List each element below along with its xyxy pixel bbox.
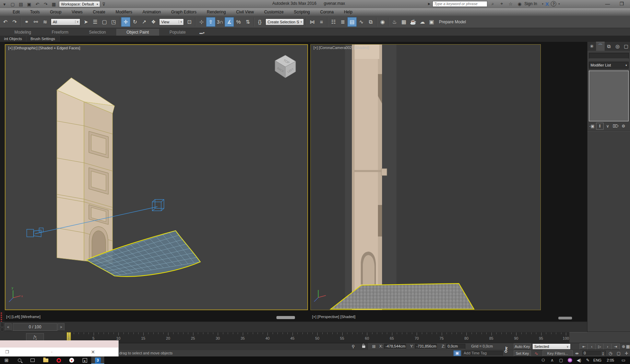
viewport-orthographic[interactable]: [+] [Orthographic] [Shaded + Edged Faces…: [5, 44, 308, 310]
viewport-scrollbar[interactable]: [276, 316, 295, 319]
angle-snap-icon[interactable]: ∡: [225, 17, 234, 27]
snap-toggle-3d-icon[interactable]: 3∩: [215, 17, 225, 27]
key-filter-dropdown[interactable]: Selected ∨: [532, 343, 571, 350]
remove-modifier-icon[interactable]: ⌦: [612, 123, 619, 130]
layer-explorer-icon[interactable]: ≣: [338, 17, 347, 27]
selection-filter-dropdown[interactable]: All∨: [51, 19, 80, 25]
3dsmax-taskbar-button[interactable]: 3: [91, 356, 104, 364]
modify-tab[interactable]: ⌒: [596, 42, 605, 51]
photos-button[interactable]: ▲: [78, 356, 91, 364]
play-button[interactable]: ▷: [595, 343, 604, 350]
menu-rendering[interactable]: Rendering: [202, 8, 231, 16]
key-filters-button[interactable]: Key Filters...: [543, 350, 573, 356]
select-and-scale-icon[interactable]: ↗: [140, 17, 149, 27]
viewport-label-orthographic[interactable]: [+] [Orthographic] [Shaded + Edged Faces…: [8, 46, 80, 50]
menu-create[interactable]: Create: [88, 8, 110, 16]
project-folder-icon[interactable]: ▦: [50, 1, 58, 8]
red-app-button[interactable]: ▾: [65, 356, 78, 364]
spinner-arrows-icon[interactable]: ▲▼: [601, 351, 605, 356]
task-view-button[interactable]: [26, 356, 39, 364]
go-to-start-button[interactable]: ⇤: [580, 343, 588, 350]
people-icon[interactable]: ⚇: [539, 358, 548, 363]
menu-edit[interactable]: Edit: [8, 8, 25, 16]
reference-coordinate-dropdown[interactable]: View∨: [159, 19, 184, 25]
add-time-tag-field[interactable]: Add Time Tag: [462, 351, 503, 356]
viewport-scrollbar[interactable]: [558, 317, 572, 319]
hidden-icons-chevron[interactable]: ʌ: [548, 358, 557, 363]
select-and-manipulate-icon[interactable]: ❖: [149, 17, 158, 27]
redo-icon[interactable]: ↷: [42, 1, 49, 8]
modifier-stack[interactable]: [589, 71, 629, 121]
bind-to-space-warp-icon[interactable]: ≋: [40, 17, 50, 27]
redo-icon[interactable]: ↷: [10, 17, 19, 27]
x-coordinate-field[interactable]: -478,544cm: [384, 344, 406, 349]
make-unique-icon[interactable]: ∨: [604, 123, 611, 130]
z-coordinate-field[interactable]: 0,0cm: [446, 344, 465, 349]
viewport-label-perspective[interactable]: [+] [Perspective] [Shaded]: [312, 315, 355, 319]
help-dropdown-icon[interactable]: ▾: [558, 2, 560, 5]
region-zoom-icon[interactable]: ▢: [615, 350, 622, 356]
keyboard-override-icon[interactable]: ⇧: [206, 17, 215, 27]
select-by-name-icon[interactable]: ☰: [91, 17, 100, 27]
undo-icon[interactable]: ↶: [1, 17, 10, 27]
previous-key-button[interactable]: <: [5, 323, 12, 331]
menu-modifiers[interactable]: Modifiers: [110, 8, 138, 16]
opera-button[interactable]: [52, 356, 65, 364]
go-to-end-button[interactable]: ⇥: [611, 343, 620, 350]
transform-type-in-icon[interactable]: ⊞: [370, 343, 378, 350]
time-configuration-icon[interactable]: ◷: [607, 350, 614, 356]
viewport-label-left[interactable]: [+] [Left] [Wireframe]: [6, 315, 40, 319]
undo-icon[interactable]: ↶: [34, 1, 41, 8]
configure-modifier-sets-icon[interactable]: ⚙: [620, 123, 627, 130]
help-icon[interactable]: ?: [551, 1, 556, 7]
scene-explorer-icon[interactable]: ☷: [329, 17, 338, 27]
modifier-list-dropdown[interactable]: Modifier List ▾: [589, 62, 629, 69]
previous-frame-button[interactable]: ‹: [587, 343, 596, 350]
key-mode-toggle-icon[interactable]: ⇹: [573, 350, 580, 356]
prepare-model-button[interactable]: Prepare Model: [436, 20, 469, 24]
open-file-icon[interactable]: ▤: [17, 1, 25, 8]
mirror-icon[interactable]: ⋈: [308, 17, 317, 27]
ribbon-tab-selection[interactable]: Selection: [79, 29, 116, 36]
workspace-dropdown[interactable]: Workspace: Default ▾: [59, 1, 100, 7]
ribbon-overflow-dropdown-icon[interactable]: ▬▾: [196, 30, 208, 36]
align-icon[interactable]: ≡: [317, 17, 326, 27]
next-frame-button[interactable]: ›: [603, 343, 612, 350]
material-editor-icon[interactable]: ◉: [378, 17, 387, 27]
clock[interactable]: 2:05: [603, 358, 618, 362]
search-expander-icon[interactable]: ▶: [428, 2, 430, 5]
ribbon-toggle-icon[interactable]: ▤: [347, 17, 357, 27]
y-coordinate-field[interactable]: -731,856cm: [415, 344, 437, 349]
new-file-icon[interactable]: ▢: [9, 1, 16, 8]
named-selection-sets-icon[interactable]: {}: [255, 17, 264, 27]
auto-key-button[interactable]: Auto Key: [514, 343, 531, 350]
curve-editor-icon[interactable]: ∿: [357, 17, 366, 27]
ribbon-tab-object-paint[interactable]: Object Paint: [116, 29, 159, 36]
ribbon-tab-freeform[interactable]: Freeform: [41, 29, 79, 36]
display-tab[interactable]: ▢: [622, 42, 630, 51]
schematic-view-icon[interactable]: ⧉: [366, 17, 375, 27]
render-in-cloud-icon[interactable]: ☁: [418, 17, 427, 27]
menu-scripting[interactable]: Scripting: [289, 8, 315, 16]
next-key-button[interactable]: >: [58, 323, 64, 331]
select-and-link-icon[interactable]: ⚭: [22, 17, 31, 27]
select-and-move-icon[interactable]: ✛: [121, 17, 130, 27]
rendered-frame-window-icon[interactable]: ▦: [399, 17, 408, 27]
taskbar-search-button[interactable]: [13, 356, 26, 364]
app-menu-arrow-icon[interactable]: ▾: [1, 1, 8, 8]
set-keys-icon[interactable]: ⚷: [499, 343, 513, 356]
volume-icon[interactable]: ◀): [574, 358, 583, 363]
favorites-star-icon[interactable]: ☆: [507, 1, 514, 7]
sign-in-button[interactable]: ◉ Sign In ▾: [516, 1, 543, 7]
restore-button[interactable]: ❐: [619, 0, 624, 8]
zoom-extents-icon[interactable]: ▦: [626, 343, 630, 350]
pen-icon[interactable]: ✎: [583, 358, 592, 363]
qat-customize-arrow-icon[interactable]: ⊽: [100, 1, 108, 8]
show-end-result-icon[interactable]: ‖: [596, 123, 604, 130]
timeline-ruler[interactable]: 0510152025303540455055606570758085909510…: [66, 332, 569, 343]
menu-tools[interactable]: Tools: [25, 8, 45, 16]
communication-center-icon[interactable]: ⌖: [498, 1, 505, 7]
menu-help[interactable]: Help: [339, 8, 358, 16]
isolate-toggle-button[interactable]: ▣: [453, 350, 461, 356]
set-key-button[interactable]: Set Key: [514, 350, 531, 356]
